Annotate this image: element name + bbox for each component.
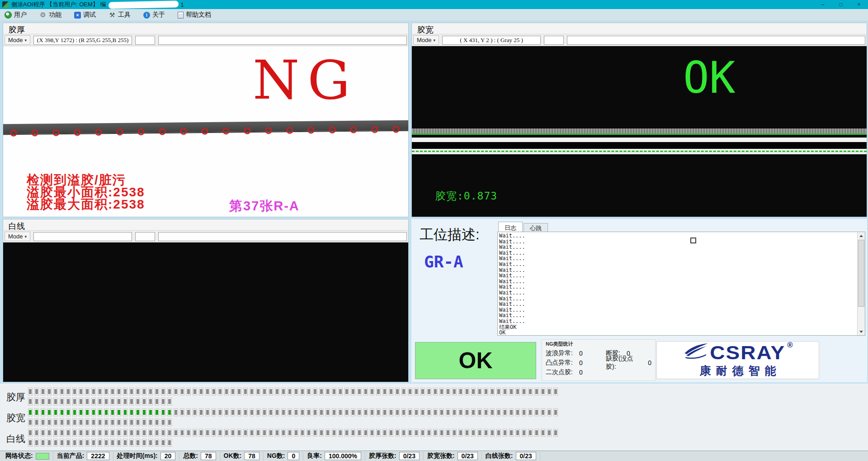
- indicator-cell: [142, 429, 146, 437]
- indicator-cell: [313, 388, 317, 395]
- menu-item-user[interactable]: 用户: [5, 11, 27, 19]
- pixel-coord-readout: [33, 232, 132, 241]
- indicator-cell: [167, 409, 172, 416]
- pixel-coord-readout: ( X 431, Y 2 ) : ( Gray 25 ): [442, 36, 541, 45]
- log-line: Wait....: [499, 267, 863, 273]
- toolbar-small-box: [135, 36, 155, 45]
- status-field-process-time: 处理时间(ms):20: [113, 452, 180, 461]
- mode-dropdown[interactable]: Mode: [5, 35, 30, 45]
- menu-item-about[interactable]: i关于: [143, 11, 165, 19]
- ng-stat-value: 0: [579, 350, 583, 357]
- status-field-current-product: 当前产品:2222: [53, 452, 113, 461]
- indicator-cell: [41, 418, 45, 426]
- indicator-cell: [250, 409, 254, 416]
- menu-item-debug[interactable]: ×调试: [74, 11, 96, 19]
- indicator-cell: [243, 388, 248, 395]
- log-line: OK: [499, 330, 863, 336]
- log-checkbox[interactable]: [690, 238, 696, 243]
- indicator-cell: [123, 429, 127, 437]
- indicator-cell: [180, 388, 184, 395]
- mode-dropdown[interactable]: Mode: [413, 35, 439, 45]
- indicator-cell: [382, 388, 387, 395]
- indicator-cell: [262, 388, 267, 395]
- indicator-cell: [433, 409, 438, 416]
- close-button[interactable]: ×: [850, 0, 868, 9]
- indicator-cell: [85, 418, 90, 426]
- indicator-cell: [104, 398, 108, 405]
- indicator-cell: [490, 388, 495, 395]
- jiaokuan-image-view[interactable]: OK 胶宽:0.873: [412, 46, 867, 217]
- scroll-down-icon[interactable]: [858, 328, 865, 335]
- menu-item-tools[interactable]: ⚒工具: [108, 11, 131, 19]
- indicator-cell: [117, 439, 121, 447]
- indicator-cell: [294, 409, 298, 416]
- status-value: 0/23: [458, 452, 478, 460]
- indicator-cell: [427, 429, 431, 437]
- ng-stat-label: 凸点异常:: [546, 359, 573, 367]
- indicator-cell: [275, 409, 279, 416]
- scrollbar-thumb[interactable]: [858, 240, 864, 307]
- tab-日志[interactable]: 日志: [498, 222, 523, 232]
- menu-item-help[interactable]: 帮助文档: [178, 11, 211, 19]
- log-scrollbar[interactable]: [857, 232, 865, 335]
- indicator-cell: [148, 398, 153, 405]
- indicator-cell: [136, 418, 140, 426]
- indicator-cell: [136, 439, 140, 447]
- indicator-cell: [98, 388, 102, 395]
- indicator-cell: [136, 398, 140, 405]
- minimize-button[interactable]: –: [814, 0, 832, 9]
- indicator-cell: [98, 398, 102, 405]
- jiaohou-image-view[interactable]: NG 检测到溢胶/脏污 溢胶最小面积:2538 溢胶最大面积:2538 第37张…: [3, 46, 408, 217]
- indicator-cell: [193, 429, 197, 437]
- indicator-cell: [79, 439, 83, 447]
- indicator-cell: [123, 398, 127, 405]
- indicator-cell: [212, 388, 216, 395]
- overall-result-button[interactable]: OK: [415, 342, 536, 379]
- indicator-cell: [262, 409, 267, 416]
- indicator-cell: [370, 429, 374, 437]
- indicator-cell: [60, 398, 64, 405]
- indicator-cell: [243, 409, 248, 416]
- indicator-cell: [34, 439, 39, 447]
- indicator-cell: [72, 398, 77, 405]
- indicator-cell: [395, 429, 400, 437]
- indicator-cell: [148, 418, 153, 426]
- indicator-cell: [427, 388, 431, 395]
- indicator-cell: [471, 429, 476, 437]
- mode-label: Mode: [8, 233, 23, 240]
- indicator-cell: [129, 439, 134, 447]
- ng-stat-label: 缺胶(没点胶):: [606, 355, 642, 371]
- baixian-image-view[interactable]: [3, 242, 408, 382]
- indicator-cell: [98, 429, 102, 437]
- indicator-cell: [439, 388, 444, 395]
- indicator-cell: [155, 398, 159, 405]
- indicator-cell: [161, 388, 165, 395]
- indicator-cell: [313, 429, 317, 437]
- indicator-cell: [161, 409, 165, 416]
- indicator-cell: [231, 388, 235, 395]
- tab-心跳[interactable]: 心跳: [524, 223, 548, 232]
- indicator-cell: [528, 429, 533, 437]
- indicator-cell: [28, 418, 33, 426]
- indicator-cell: [313, 409, 317, 416]
- indicator-cell: [395, 409, 400, 416]
- window-controls: –□×: [814, 0, 868, 9]
- indicator-cell: [294, 388, 298, 395]
- indicator-cell: [351, 409, 355, 416]
- indicator-cell: [117, 409, 121, 416]
- indicator-cell: [484, 409, 488, 416]
- ng-stats-left-col: 波浪异常:0凸点异常:0二次点胶:0: [546, 348, 601, 377]
- log-list[interactable]: Wait....Wait....Wait....Wait....Wait....…: [497, 232, 865, 336]
- indicator-cell: [155, 418, 159, 426]
- app-icon: [2, 1, 9, 8]
- indicator-cell: [458, 409, 463, 416]
- maximize-button[interactable]: □: [832, 0, 850, 9]
- menu-item-function[interactable]: ⚙功能: [39, 11, 61, 19]
- indicator-cell: [319, 388, 324, 395]
- indicator-cell: [60, 388, 64, 395]
- indicator-cell: [515, 429, 520, 437]
- scroll-up-icon[interactable]: [858, 232, 865, 239]
- ng-stat-value: 0: [648, 359, 651, 366]
- mode-dropdown[interactable]: Mode: [5, 232, 30, 241]
- indicator-cell: [53, 388, 58, 395]
